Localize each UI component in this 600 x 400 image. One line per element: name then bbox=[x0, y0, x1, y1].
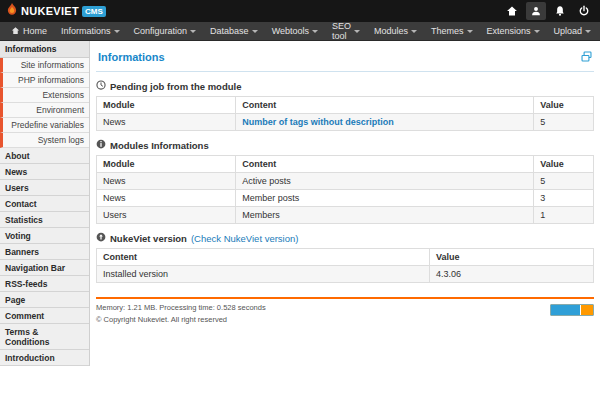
topbar-icons bbox=[502, 2, 594, 20]
check-version-link[interactable]: (Check NukeViet version) bbox=[191, 233, 299, 244]
table-header-row: Content Value bbox=[97, 249, 594, 266]
content-cell: Members bbox=[236, 207, 534, 224]
table-header-row: Module Content Value bbox=[97, 156, 594, 173]
clock-icon bbox=[96, 80, 106, 92]
sidebar-section-informations[interactable]: Informations bbox=[0, 41, 89, 58]
pending-section-heading: Pending job from the module bbox=[96, 80, 594, 92]
badge-blue-segment bbox=[551, 305, 580, 315]
nav-item-informations[interactable]: Informations bbox=[54, 22, 127, 40]
sidebar-item-banners[interactable]: Banners bbox=[0, 244, 89, 260]
version-section-heading: NukeViet version (Check NukeViet version… bbox=[96, 232, 594, 244]
nav-item-label: SEO tool bbox=[332, 21, 351, 41]
home-icon[interactable] bbox=[502, 2, 522, 20]
sidebar-item-page[interactable]: Page bbox=[0, 292, 89, 308]
brand-suffix-badge: CMS bbox=[82, 6, 106, 17]
sidebar-subitem-predefine-variables[interactable]: Predefine variables bbox=[0, 118, 89, 133]
sidebar-subitem-php-informations[interactable]: PHP informations bbox=[0, 73, 89, 88]
nav-item-label: Themes bbox=[431, 26, 464, 36]
nav-item-extensions[interactable]: Extensions bbox=[480, 22, 547, 40]
sidebar-item-about[interactable]: About bbox=[0, 148, 89, 164]
nav-item-configuration[interactable]: Configuration bbox=[127, 22, 204, 40]
table-row: News Member posts 3 bbox=[97, 190, 594, 207]
badge-orange-segment bbox=[580, 305, 593, 315]
sidebar-item-rss-feeds[interactable]: RSS-feeds bbox=[0, 276, 89, 292]
sidebar-subitem-environment[interactable]: Environment bbox=[0, 103, 89, 118]
nav-item-database[interactable]: Database bbox=[203, 22, 265, 40]
info-icon bbox=[96, 139, 106, 151]
content-cell: Number of tags without description bbox=[236, 114, 534, 131]
nav-item-home[interactable]: Home bbox=[4, 22, 54, 40]
sidebar-item-contact[interactable]: Contact bbox=[0, 196, 89, 212]
brand-name: NUKEVIET bbox=[21, 5, 79, 17]
value-cell: 1 bbox=[534, 207, 594, 224]
nav-item-label: Database bbox=[210, 26, 249, 36]
main-content: Informations Pending job from the module… bbox=[90, 41, 600, 326]
modules-info-table: Module Content Value News Active posts 5… bbox=[96, 155, 594, 224]
column-header: Content bbox=[236, 97, 534, 114]
nav-item-label: Extensions bbox=[487, 26, 531, 36]
caret-down-icon bbox=[354, 30, 360, 33]
topbar: NUKEVIET CMS bbox=[0, 0, 600, 22]
nav-item-seo-tool[interactable]: SEO tool bbox=[325, 22, 367, 40]
power-icon[interactable] bbox=[574, 2, 594, 20]
sidebar-subitem-site-informations[interactable]: Site informations bbox=[0, 58, 89, 73]
user-icon[interactable] bbox=[526, 2, 546, 20]
caret-down-icon bbox=[114, 30, 120, 33]
nav-item-label: Webtools bbox=[272, 26, 309, 36]
caret-down-icon bbox=[467, 30, 473, 33]
sidebar-item-navigation-bar[interactable]: Navigation Bar bbox=[0, 260, 89, 276]
sidebar-item-news[interactable]: News bbox=[0, 164, 89, 180]
sidebar-subitem-system-logs[interactable]: System logs bbox=[0, 133, 89, 148]
sidebar-submenu: Site informations PHP informations Exten… bbox=[0, 58, 89, 148]
footer: Memory: 1.21 MB. Processing time: 0.528 … bbox=[96, 297, 594, 326]
table-row: News Number of tags without description … bbox=[97, 114, 594, 131]
pending-job-link[interactable]: Number of tags without description bbox=[242, 117, 394, 127]
caret-down-icon bbox=[585, 30, 591, 33]
sidebar-item-comment[interactable]: Comment bbox=[0, 308, 89, 324]
sidebar-subitem-extensions[interactable]: Extensions bbox=[0, 88, 89, 103]
value-cell: 5 bbox=[534, 173, 594, 190]
value-cell: 3 bbox=[534, 190, 594, 207]
column-header: Module bbox=[97, 97, 236, 114]
sidebar-item-terms-conditions[interactable]: Terms & Conditions bbox=[0, 324, 89, 350]
column-header: Content bbox=[236, 156, 534, 173]
value-cell: 5 bbox=[534, 114, 594, 131]
module-cell: News bbox=[97, 190, 236, 207]
modules-info-section-heading: Modules Informations bbox=[96, 139, 594, 151]
nav-item-modules[interactable]: Modules bbox=[367, 22, 424, 40]
caret-down-icon bbox=[190, 30, 196, 33]
nav-item-upload[interactable]: Upload bbox=[547, 22, 599, 40]
nav-item-label: Upload bbox=[554, 26, 583, 36]
sidebar-menu: About News Users Contact Statistics Voti… bbox=[0, 148, 89, 366]
column-header: Module bbox=[97, 156, 236, 173]
table-row: News Active posts 5 bbox=[97, 173, 594, 190]
memory-status-text: Memory: 1.21 MB. Processing time: 0.528 … bbox=[96, 302, 266, 314]
main-navbar: Home Informations Configuration Database… bbox=[0, 22, 600, 41]
version-table: Content Value Installed version 4.3.06 bbox=[96, 248, 594, 283]
nav-item-label: Configuration bbox=[134, 26, 188, 36]
home-nav-icon bbox=[11, 26, 20, 37]
module-cell: News bbox=[97, 114, 236, 131]
copyright-text: © Copyright Nukeviet. All right reserved bbox=[96, 314, 266, 326]
module-cell: Users bbox=[97, 207, 236, 224]
sidebar-item-introduction[interactable]: Introduction bbox=[0, 350, 89, 366]
table-header-row: Module Content Value bbox=[97, 97, 594, 114]
nav-item-webtools[interactable]: Webtools bbox=[265, 22, 325, 40]
window-restore-icon[interactable] bbox=[581, 48, 592, 66]
sidebar-item-users[interactable]: Users bbox=[0, 180, 89, 196]
caret-down-icon bbox=[411, 30, 417, 33]
table-row: Installed version 4.3.06 bbox=[97, 266, 594, 283]
nav-item-label: Modules bbox=[374, 26, 408, 36]
column-header: Content bbox=[97, 249, 430, 266]
visitor-counter-badge[interactable] bbox=[550, 304, 594, 316]
nav-item-themes[interactable]: Themes bbox=[424, 22, 480, 40]
brand-logo[interactable]: NUKEVIET CMS bbox=[6, 2, 106, 20]
bell-icon[interactable] bbox=[550, 2, 570, 20]
content-cell: Active posts bbox=[236, 173, 534, 190]
admin-screen: NUKEVIET CMS Home Informations bbox=[0, 0, 600, 400]
sidebar-item-voting[interactable]: Voting bbox=[0, 228, 89, 244]
sidebar: Informations Site informations PHP infor… bbox=[0, 41, 90, 366]
sidebar-item-statistics[interactable]: Statistics bbox=[0, 212, 89, 228]
table-row: Users Members 1 bbox=[97, 207, 594, 224]
column-header: Value bbox=[534, 156, 594, 173]
